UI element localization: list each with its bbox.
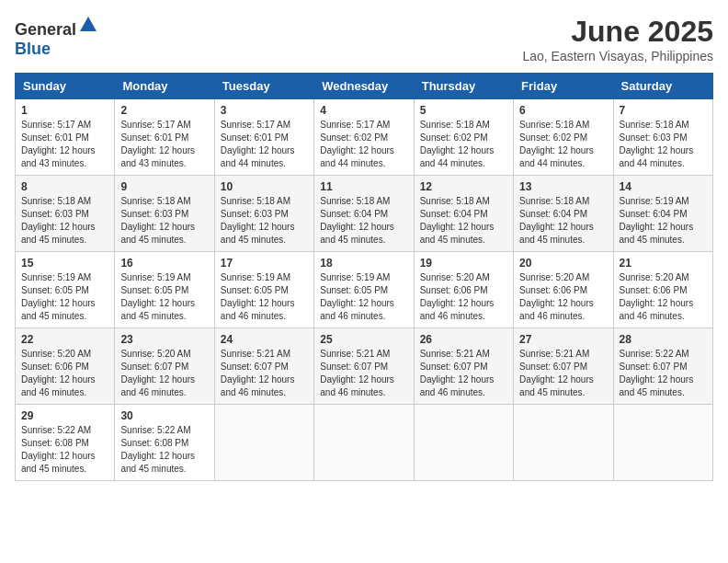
title-area: June 2025 Lao, Eastern Visayas, Philippi… [522,15,713,63]
sunset-text: Sunset: 6:08 PM [120,438,188,448]
sunrise-text: Sunrise: 5:21 AM [320,349,390,359]
calendar-week-row: 22 Sunrise: 5:20 AM Sunset: 6:06 PM Dayl… [16,328,713,405]
calendar-day-cell: 20 Sunrise: 5:20 AM Sunset: 6:06 PM Dayl… [514,252,613,328]
calendar-day-cell: 25 Sunrise: 5:21 AM Sunset: 6:07 PM Dayl… [314,328,414,405]
calendar-day-cell: 1 Sunrise: 5:17 AM Sunset: 6:01 PM Dayli… [16,99,115,176]
sunrise-text: Sunrise: 5:18 AM [21,196,91,206]
day-info: Sunrise: 5:22 AM Sunset: 6:08 PM Dayligh… [21,424,108,476]
daylight-text: Daylight: 12 hours and 45 minutes. [320,222,394,245]
sunset-text: Sunset: 6:03 PM [120,209,188,219]
month-title: June 2025 [522,15,713,49]
calendar-day-cell: 12 Sunrise: 5:18 AM Sunset: 6:04 PM Dayl… [414,176,513,252]
daylight-text: Daylight: 12 hours and 46 minutes. [420,298,495,321]
sunrise-text: Sunrise: 5:21 AM [519,349,589,359]
weekday-header: Friday [514,74,613,99]
day-info: Sunrise: 5:18 AM Sunset: 6:02 PM Dayligh… [420,119,507,170]
day-info: Sunrise: 5:19 AM Sunset: 6:05 PM Dayligh… [21,271,108,323]
calendar-day-cell: 16 Sunrise: 5:19 AM Sunset: 6:05 PM Dayl… [115,252,214,328]
sunrise-text: Sunrise: 5:18 AM [420,120,490,130]
daylight-text: Daylight: 12 hours and 44 minutes. [420,145,495,168]
sunrise-text: Sunrise: 5:20 AM [21,349,91,359]
sunset-text: Sunset: 6:03 PM [21,209,89,219]
day-number: 16 [120,257,208,270]
day-number: 22 [21,333,108,346]
sunset-text: Sunset: 6:06 PM [519,285,587,295]
sunset-text: Sunset: 6:06 PM [420,285,488,295]
sunset-text: Sunset: 6:08 PM [21,438,89,448]
day-info: Sunrise: 5:18 AM Sunset: 6:03 PM Dayligh… [620,119,707,170]
calendar-day-cell: 9 Sunrise: 5:18 AM Sunset: 6:03 PM Dayli… [115,176,214,252]
logo: General Blue [15,15,98,59]
daylight-text: Daylight: 12 hours and 45 minutes. [519,222,594,245]
sunset-text: Sunset: 6:01 PM [21,132,89,143]
daylight-text: Daylight: 12 hours and 46 minutes. [320,298,394,321]
calendar-day-cell: 26 Sunrise: 5:21 AM Sunset: 6:07 PM Dayl… [414,328,513,405]
daylight-text: Daylight: 12 hours and 46 minutes. [320,374,394,397]
logo-general: General [15,20,76,39]
calendar-day-cell: 29 Sunrise: 5:22 AM Sunset: 6:08 PM Dayl… [16,405,115,481]
day-info: Sunrise: 5:19 AM Sunset: 6:05 PM Dayligh… [221,271,308,323]
day-number: 20 [519,257,607,270]
calendar-week-row: 1 Sunrise: 5:17 AM Sunset: 6:01 PM Dayli… [16,99,713,176]
day-number: 5 [420,104,507,117]
daylight-text: Daylight: 12 hours and 46 minutes. [620,298,694,321]
sunset-text: Sunset: 6:04 PM [620,209,688,219]
day-info: Sunrise: 5:20 AM Sunset: 6:06 PM Dayligh… [21,348,108,399]
sunset-text: Sunset: 6:07 PM [519,362,587,372]
weekday-header: Monday [115,74,214,99]
day-number: 11 [320,180,407,193]
calendar-day-cell [214,405,313,481]
weekday-header: Thursday [414,74,513,99]
calendar-day-cell: 13 Sunrise: 5:18 AM Sunset: 6:04 PM Dayl… [514,176,613,252]
calendar-day-cell: 11 Sunrise: 5:18 AM Sunset: 6:04 PM Dayl… [314,176,414,252]
day-info: Sunrise: 5:17 AM Sunset: 6:01 PM Dayligh… [221,119,308,170]
day-info: Sunrise: 5:20 AM Sunset: 6:07 PM Dayligh… [120,348,208,399]
day-info: Sunrise: 5:17 AM Sunset: 6:02 PM Dayligh… [320,119,407,170]
day-info: Sunrise: 5:20 AM Sunset: 6:06 PM Dayligh… [620,271,707,323]
sunset-text: Sunset: 6:07 PM [420,362,488,372]
weekday-header: Sunday [16,74,115,99]
sunrise-text: Sunrise: 5:20 AM [120,349,190,359]
day-number: 19 [420,257,507,270]
sunrise-text: Sunrise: 5:17 AM [120,120,190,130]
sunrise-text: Sunrise: 5:18 AM [519,120,589,130]
sunrise-text: Sunrise: 5:18 AM [120,196,190,206]
weekday-header: Saturday [613,74,712,99]
day-info: Sunrise: 5:18 AM Sunset: 6:02 PM Dayligh… [519,119,607,170]
sunset-text: Sunset: 6:06 PM [21,362,89,372]
day-number: 8 [21,180,108,193]
sunrise-text: Sunrise: 5:18 AM [420,196,490,206]
day-info: Sunrise: 5:20 AM Sunset: 6:06 PM Dayligh… [420,271,507,323]
calendar-day-cell: 10 Sunrise: 5:18 AM Sunset: 6:03 PM Dayl… [214,176,313,252]
daylight-text: Daylight: 12 hours and 44 minutes. [221,145,295,168]
day-number: 1 [21,104,108,117]
day-info: Sunrise: 5:17 AM Sunset: 6:01 PM Dayligh… [120,119,208,170]
sunrise-text: Sunrise: 5:18 AM [221,196,290,206]
day-number: 12 [420,180,507,193]
sunrise-text: Sunrise: 5:19 AM [120,272,190,282]
daylight-text: Daylight: 12 hours and 43 minutes. [21,145,96,168]
day-number: 28 [620,333,707,346]
sunrise-text: Sunrise: 5:19 AM [320,272,390,282]
calendar-day-cell: 15 Sunrise: 5:19 AM Sunset: 6:05 PM Dayl… [16,252,115,328]
sunrise-text: Sunrise: 5:21 AM [221,349,290,359]
daylight-text: Daylight: 12 hours and 45 minutes. [21,222,96,245]
sunrise-text: Sunrise: 5:19 AM [221,272,290,282]
day-number: 10 [221,180,308,193]
sunset-text: Sunset: 6:02 PM [320,132,388,143]
day-number: 17 [221,257,308,270]
day-number: 7 [620,104,707,117]
calendar-day-cell: 7 Sunrise: 5:18 AM Sunset: 6:03 PM Dayli… [613,99,712,176]
calendar-day-cell: 17 Sunrise: 5:19 AM Sunset: 6:05 PM Dayl… [214,252,313,328]
day-info: Sunrise: 5:18 AM Sunset: 6:03 PM Dayligh… [21,195,108,247]
daylight-text: Daylight: 12 hours and 45 minutes. [221,222,295,245]
daylight-text: Daylight: 12 hours and 44 minutes. [620,145,694,168]
calendar-day-cell: 27 Sunrise: 5:21 AM Sunset: 6:07 PM Dayl… [514,328,613,405]
calendar-day-cell: 19 Sunrise: 5:20 AM Sunset: 6:06 PM Dayl… [414,252,513,328]
daylight-text: Daylight: 12 hours and 46 minutes. [21,374,96,397]
calendar-week-row: 29 Sunrise: 5:22 AM Sunset: 6:08 PM Dayl… [16,405,713,481]
daylight-text: Daylight: 12 hours and 46 minutes. [519,298,594,321]
calendar-day-cell: 21 Sunrise: 5:20 AM Sunset: 6:06 PM Dayl… [613,252,712,328]
calendar-day-cell [613,405,712,481]
sunrise-text: Sunrise: 5:17 AM [320,120,390,130]
